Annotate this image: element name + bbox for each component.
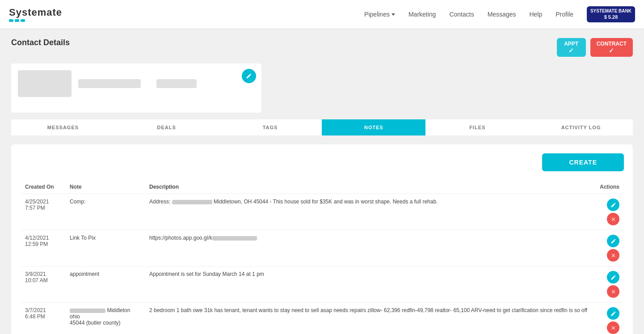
col-actions: Actions <box>592 180 624 194</box>
cell-date-1: 4/25/20217:57 PM <box>21 194 65 230</box>
cell-description-4: 2 bedroom 1 bath owe 31k has tenant, ten… <box>145 303 592 334</box>
tab-activity-log[interactable]: ACTIVITY LOG <box>529 119 633 135</box>
tab-notes[interactable]: NOTES <box>322 119 425 135</box>
notes-area: CREATE Created On Note Description Actio… <box>11 144 633 334</box>
tab-messages[interactable]: MESSAGES <box>11 119 115 135</box>
redacted-addr <box>172 200 212 204</box>
contact-placeholder <box>18 70 255 97</box>
title-badges: APPT ✓ CONTRACT ✓ <box>557 38 633 57</box>
cell-description-2: https://photos.app.goo.gl/k <box>145 230 592 266</box>
table-header-row: Created On Note Description Actions <box>21 180 624 194</box>
bank-name: SYSTEMATE BANK <box>590 8 631 14</box>
appt-badge[interactable]: APPT ✓ <box>557 38 586 57</box>
table-row: 4/12/202112:59 PMLink To Pixhttps://phot… <box>21 230 624 266</box>
edit-contact-button[interactable] <box>242 69 256 83</box>
actions-cell-2 <box>597 235 619 262</box>
cell-date-3: 3/9/202110:07 AM <box>21 266 65 303</box>
cell-note-4: Middleton ohio45044 (butler county) <box>65 303 145 334</box>
tabs: MESSAGES DEALS TAGS NOTES FILES ACTIVITY… <box>11 119 633 135</box>
page-title-row: Contact Details APPT ✓ CONTRACT ✓ <box>11 38 633 57</box>
nav-messages[interactable]: Messages <box>488 11 516 18</box>
contract-badge[interactable]: CONTRACT ✓ <box>590 38 633 57</box>
edit-note-button-1[interactable] <box>607 199 619 211</box>
contract-check: ✓ <box>597 47 627 54</box>
nav-help[interactable]: Help <box>529 11 542 18</box>
col-note: Note <box>65 180 145 194</box>
create-btn-row: CREATE <box>20 153 624 171</box>
delete-note-button-3[interactable] <box>607 285 619 298</box>
notes-table-body: 4/25/20217:57 PMComp:Address: Middletown… <box>21 194 624 334</box>
logo-dots <box>9 19 62 22</box>
bank-badge[interactable]: SYSTEMATE BANK $ 5.28 <box>587 6 635 22</box>
main-nav: Pipelines Marketing Contacts Messages He… <box>364 11 573 18</box>
delete-note-button-1[interactable] <box>607 213 619 225</box>
contact-card <box>11 63 261 113</box>
bank-amount: $ 5.28 <box>590 14 631 20</box>
page: Contact Details APPT ✓ CONTRACT ✓ MESSAG… <box>0 29 644 334</box>
notes-table: Created On Note Description Actions 4/25… <box>20 180 624 334</box>
appt-check: ✓ <box>563 47 580 54</box>
logo-text: Systemate <box>9 7 62 18</box>
cell-actions-4 <box>592 303 624 334</box>
nav-pipelines[interactable]: Pipelines <box>364 11 395 18</box>
header: Systemate Pipelines Marketing Contacts M… <box>0 0 644 29</box>
chevron-down-icon <box>391 13 395 16</box>
cell-note-3: appointment <box>65 266 145 303</box>
cell-description-3: Appointment is set for Sunday March 14 a… <box>145 266 592 303</box>
cell-note-1: Comp: <box>65 194 145 230</box>
actions-cell-1 <box>597 199 619 225</box>
page-title: Contact Details <box>11 38 70 47</box>
logo-dot-3 <box>21 19 25 22</box>
redacted-url <box>212 236 257 241</box>
cell-note-2: Link To Pix <box>65 230 145 266</box>
cell-actions-2 <box>592 230 624 266</box>
avatar-placeholder <box>18 70 72 97</box>
cell-date-4: 3/7/20216:48 PM <box>21 303 65 334</box>
tab-tags[interactable]: TAGS <box>219 119 322 135</box>
edit-note-button-2[interactable] <box>607 235 619 247</box>
delete-note-button-2[interactable] <box>607 249 619 262</box>
table-row: 3/9/202110:07 AMappointmentAppointment i… <box>21 266 624 303</box>
edit-note-button-4[interactable] <box>607 307 619 320</box>
create-button[interactable]: CREATE <box>542 153 624 171</box>
nav-marketing[interactable]: Marketing <box>408 11 436 18</box>
appt-label: APPT <box>563 41 580 47</box>
cell-date-2: 4/12/202112:59 PM <box>21 230 65 266</box>
edit-note-button-3[interactable] <box>607 271 619 283</box>
logo: Systemate <box>9 7 62 22</box>
col-description: Description <box>145 180 592 194</box>
delete-note-button-4[interactable] <box>607 321 619 334</box>
contract-label: CONTRACT <box>597 41 627 47</box>
cell-actions-3 <box>592 266 624 303</box>
table-row: 3/7/20216:48 PM Middleton ohio45044 (but… <box>21 303 624 334</box>
tab-files[interactable]: FILES <box>425 119 529 135</box>
col-created-on: Created On <box>21 180 65 194</box>
logo-dot-2 <box>15 19 19 22</box>
actions-cell-4 <box>597 307 619 334</box>
actions-cell-3 <box>597 271 619 298</box>
tab-deals[interactable]: DEALS <box>115 119 219 135</box>
cell-actions-1 <box>592 194 624 230</box>
nav-profile[interactable]: Profile <box>556 11 573 18</box>
header-right: SYSTEMATE BANK $ 5.28 <box>587 6 635 22</box>
cell-description-1: Address: Middletown, OH 45044 - This hou… <box>145 194 592 230</box>
name-placeholder <box>78 79 141 88</box>
info-placeholder <box>156 79 197 88</box>
nav-contacts[interactable]: Contacts <box>449 11 474 18</box>
table-row: 4/25/20217:57 PMComp:Address: Middletown… <box>21 194 624 230</box>
redacted-block <box>70 309 105 313</box>
logo-dot-1 <box>9 19 13 22</box>
